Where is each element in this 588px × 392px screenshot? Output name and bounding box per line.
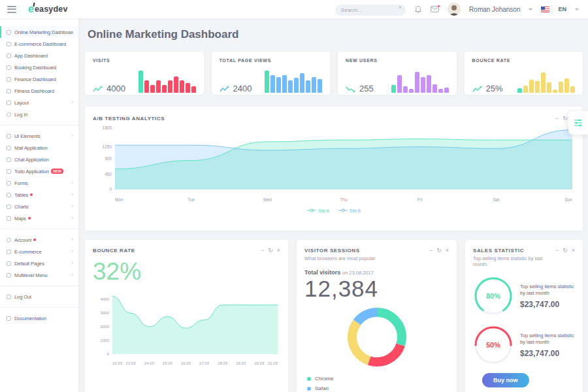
notifications-bell-icon[interactable]: [414, 5, 422, 14]
divider: [0, 125, 78, 125]
sidebar-item-documentation[interactable]: Documentation: [0, 312, 78, 324]
store-icon: [7, 30, 11, 35]
cart-icon: [7, 42, 11, 46]
sidebar-item-finance-dashboard[interactable]: Finance Dashboard: [0, 73, 78, 85]
sidebar-item-e-commerce-dashboard[interactable]: E-commerce Dashboard: [0, 38, 78, 50]
bar: [523, 86, 528, 93]
bar: [265, 71, 269, 93]
total-visitors-value: 12,384: [304, 276, 449, 302]
stat-title: BOUNCE RATE: [472, 58, 576, 63]
bar: [547, 82, 551, 93]
bar: [168, 80, 172, 93]
sidebar-item-log-in[interactable]: Log In: [0, 108, 78, 120]
sidebar-item-forms[interactable]: Forms›: [0, 177, 78, 189]
sidebar: Online Marketing DashboardE-commerce Das…: [0, 18, 78, 392]
legend-marker-icon: [307, 208, 316, 213]
minimize-icon[interactable]: −: [555, 248, 559, 253]
theme-customizer-button[interactable]: [568, 111, 588, 135]
sidebar-item-layout[interactable]: Layout›: [0, 97, 78, 108]
sidebar-item-chat-application[interactable]: Chat Application: [0, 154, 78, 165]
bar: [570, 86, 575, 93]
sidebar-item-label: Tables: [14, 192, 28, 198]
refresh-icon[interactable]: ↻: [563, 116, 568, 122]
sidebar-item-tables[interactable]: Tables›: [0, 189, 78, 201]
stat-card-total-page-views: TOTAL PAGE VIEWS2400: [212, 52, 331, 95]
panel-title: VISITOR SESSIONS: [304, 248, 375, 253]
chevron-down-icon[interactable]: [529, 8, 532, 10]
flag-icon: [541, 7, 549, 12]
bar: [318, 79, 322, 93]
bar: [276, 77, 281, 93]
mail-icon[interactable]: [431, 6, 439, 12]
hamburger-menu-icon[interactable]: [7, 4, 16, 14]
sidebar-item-online-marketing-dashboard[interactable]: Online Marketing Dashboard: [0, 26, 78, 38]
buy-now-button[interactable]: Buy now: [482, 373, 529, 387]
sidebar-item-default-pages[interactable]: Default Pages›: [0, 257, 78, 269]
svg-text:Sun: Sun: [564, 197, 572, 202]
svg-text:Thu: Thu: [340, 197, 348, 202]
envelope-icon: [7, 146, 11, 150]
mini-bar-chart: [391, 71, 449, 93]
legend-label: Site B: [350, 208, 361, 213]
sidebar-item-label: App Dashboard: [14, 53, 48, 59]
bar: [282, 75, 287, 93]
app-logo: e easydev: [28, 5, 68, 14]
bounce-rate-panel: BOUNCE RATE −↻× 32% 0100020003000400012.…: [85, 240, 288, 392]
user-name[interactable]: Roman Johanson: [469, 6, 520, 13]
sidebar-item-maps[interactable]: Maps›: [0, 212, 78, 224]
sidebar-item-charts[interactable]: Charts›: [0, 201, 78, 212]
svg-text:16.03: 16.03: [181, 361, 191, 365]
bar: [391, 85, 396, 93]
refresh-icon[interactable]: ↻: [563, 248, 568, 253]
sidebar-item-app-dashboard[interactable]: App Dashboard: [0, 50, 78, 61]
minimize-icon[interactable]: −: [261, 248, 264, 253]
close-icon[interactable]: ×: [572, 248, 575, 253]
chevron-right-icon: ›: [71, 216, 73, 221]
minimize-icon[interactable]: −: [429, 248, 433, 253]
close-icon[interactable]: ×: [446, 248, 449, 253]
svg-text:3000: 3000: [101, 311, 110, 315]
file-icon: [7, 181, 11, 186]
sliders-icon: [573, 118, 583, 128]
sidebar-item-label: Multilevel Menu: [14, 272, 48, 278]
refresh-icon[interactable]: ↻: [436, 248, 442, 253]
sidebar-item-mail-application[interactable]: Mail Application: [0, 142, 78, 154]
sidebar-item-account[interactable]: Account›: [0, 234, 78, 246]
refresh-icon[interactable]: ↻: [268, 248, 273, 253]
sidebar-item-booking-dashboard[interactable]: Booking Dashboard: [0, 61, 78, 73]
divider: [0, 286, 78, 286]
sidebar-item-todo-application[interactable]: Todo ApplicationNEW: [0, 165, 78, 177]
svg-text:14.03: 14.03: [144, 361, 155, 365]
sidebar-item-fitness-dashboard[interactable]: Fitness Dashboard: [0, 85, 78, 97]
language-selector[interactable]: EN: [558, 6, 566, 12]
svg-text:0: 0: [107, 352, 110, 356]
ab-testing-area-chart: 045090012501800MonTueWedThuFriSatSun: [93, 122, 575, 205]
sales-statistic-panel: SALES STATISTIC Top selling items statis…: [465, 240, 583, 392]
user-avatar[interactable]: [448, 3, 461, 16]
mini-bar-chart: [139, 71, 196, 93]
legend-dot-icon: [307, 387, 311, 391]
sidebar-item-log-out[interactable]: Log Out: [0, 291, 78, 302]
panel-title: A/B TESTING ANALYTICS: [93, 116, 165, 122]
bounce-rate-value: 32%: [93, 259, 280, 285]
sidebar-item-multilevel-menu[interactable]: Multilevel Menu›: [0, 269, 78, 281]
book-icon: [7, 316, 11, 321]
search-input[interactable]: [335, 5, 406, 16]
close-icon[interactable]: ×: [277, 248, 280, 253]
trend-up-icon: [472, 86, 482, 93]
bar: [300, 73, 304, 93]
minimize-icon[interactable]: −: [555, 116, 559, 122]
sidebar-item-e-commerce[interactable]: E-commerce›: [0, 246, 78, 257]
sidebar-item-label: Documentation: [14, 316, 46, 321]
bar: [415, 72, 419, 93]
bar: [559, 82, 563, 93]
search-clear-icon[interactable]: ×: [399, 4, 402, 10]
sidebar-item-ui-elements[interactable]: UI Elements›: [0, 130, 78, 142]
sidebar-item-label: Default Pages: [14, 261, 44, 267]
svg-text:Sat: Sat: [493, 197, 499, 202]
chevron-down-icon[interactable]: [575, 8, 579, 10]
bar: [312, 77, 316, 93]
menu-icon: [7, 273, 11, 278]
sidebar-item-label: Online Marketing Dashboard: [14, 29, 73, 35]
svg-text:12.03: 12.03: [112, 361, 123, 365]
